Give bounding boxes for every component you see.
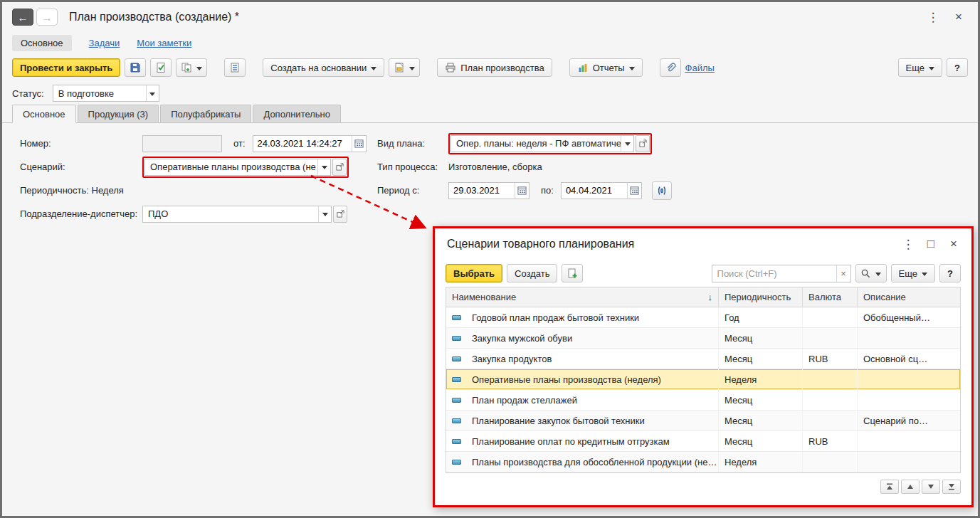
chevron-down-icon[interactable] — [318, 206, 331, 222]
table-row[interactable]: План продаж стеллажей Месяц — [446, 390, 960, 411]
table-row[interactable]: Планы производства для обособленной прод… — [446, 452, 960, 472]
search-clear-icon[interactable]: × — [836, 265, 850, 282]
dialog-more-button[interactable]: Еще — [891, 264, 935, 282]
chevron-down-icon — [929, 67, 934, 73]
save-button[interactable] — [125, 58, 146, 77]
number-input[interactable] — [142, 135, 222, 152]
select-button[interactable]: Выбрать — [446, 264, 502, 282]
period-to-input[interactable] — [562, 185, 627, 196]
table-row[interactable]: Закупка мужской обуви Месяц — [446, 328, 960, 349]
nav-tasks[interactable]: Задачи — [89, 38, 120, 48]
chevron-down-icon[interactable] — [317, 159, 330, 175]
catalog-item-icon — [446, 349, 466, 369]
document-actions-dropdown-button[interactable] — [389, 58, 420, 77]
create-based-on-button[interactable]: Создать на основании — [263, 58, 384, 77]
column-header-description[interactable]: Описание — [858, 287, 960, 307]
status-row: Статус: В подготовке — [2, 82, 978, 105]
scenario-highlight: Оперативные планы производства (не — [142, 157, 349, 178]
table-row[interactable]: Закупка продуктов Месяц RUB Основной сц… — [446, 349, 960, 369]
tab-main[interactable]: Основное — [12, 105, 76, 123]
chevron-down-icon[interactable] — [146, 85, 159, 101]
go-up-button[interactable] — [901, 480, 920, 494]
datetime-input[interactable] — [253, 138, 352, 149]
chevron-down-icon[interactable] — [621, 136, 633, 152]
scenarios-dialog: Сценарии товарного планирования ⋮ □ × Вы… — [433, 226, 974, 507]
create-button[interactable]: Создать — [507, 264, 557, 282]
scenario-open-button[interactable] — [332, 159, 347, 176]
attachments-button[interactable] — [660, 58, 681, 77]
form-row-periodicity: Периодичность: Неделя Период с: по: — [2, 179, 978, 202]
reports-button[interactable]: Отчеты — [569, 58, 643, 77]
tab-additional[interactable]: Дополнительно — [253, 105, 341, 122]
table-row[interactable]: Планирование оплат по кредитным отгрузка… — [446, 431, 960, 452]
number-label: Номер: — [20, 138, 142, 149]
cell-name: План продаж стеллажей — [466, 390, 719, 410]
dialog-maximize-icon[interactable]: □ — [922, 235, 940, 253]
go-last-button[interactable] — [942, 480, 961, 494]
catalog-item-icon — [446, 411, 466, 430]
dialog-menu-icon[interactable]: ⋮ — [899, 235, 917, 253]
catalog-item-icon — [446, 390, 466, 410]
production-plan-print-button[interactable]: План производства — [437, 58, 552, 77]
back-button[interactable]: ← — [12, 9, 33, 26]
period-to-label: по: — [541, 185, 554, 196]
cell-periodicity: Месяц — [719, 390, 803, 410]
from-label: от: — [233, 138, 246, 149]
document-form: Номер: от: Вид плана: Опер. планы: недел… — [2, 123, 978, 226]
go-first-button[interactable] — [880, 480, 899, 494]
more-button[interactable]: Еще — [898, 58, 942, 77]
printer-icon — [445, 62, 456, 73]
plan-kind-label: Вид плана: — [377, 138, 448, 149]
nav-notes[interactable]: Мои заметки — [137, 38, 191, 48]
post-button[interactable] — [150, 58, 172, 77]
calendar-icon[interactable] — [627, 183, 641, 199]
table-row[interactable]: Годовой план продаж бытовой техники Год … — [446, 307, 960, 328]
new-document-plus-icon — [567, 268, 578, 279]
help-button[interactable]: ? — [947, 58, 968, 77]
create-new-item-button[interactable] — [562, 264, 583, 282]
table-row-selected[interactable]: Оперативные планы производства (неделя) … — [446, 369, 960, 390]
cell-periodicity: Неделя — [719, 452, 803, 472]
table-header: Наименование ↓ Периодичность Валюта Опис… — [446, 287, 960, 307]
calendar-icon[interactable] — [352, 136, 366, 152]
dispatcher-combobox[interactable]: ПДО — [142, 206, 332, 223]
status-combobox[interactable]: В подготовке — [53, 85, 159, 102]
period-from-input[interactable] — [449, 185, 515, 196]
dialog-help-button[interactable]: ? — [939, 264, 961, 282]
periodicity-text: Периодичность: Неделя — [20, 185, 124, 196]
post-and-close-button[interactable]: Провести и закрыть — [12, 58, 120, 77]
period-picker-button[interactable] — [652, 181, 672, 200]
search-input[interactable] — [712, 268, 836, 279]
calendar-icon[interactable] — [515, 183, 529, 199]
dialog-close-icon[interactable]: × — [944, 235, 963, 253]
plan-kind-value: Опер. планы: неделя - ПФ автоматиче — [451, 138, 621, 149]
chevron-down-icon — [409, 67, 415, 73]
forward-button[interactable]: → — [36, 9, 58, 26]
list-document-icon — [229, 62, 241, 73]
column-header-periodicity[interactable]: Периодичность — [719, 287, 803, 307]
copy-dropdown-button[interactable] — [176, 58, 207, 77]
files-link[interactable]: Файлы — [685, 63, 715, 73]
catalog-item-icon — [446, 452, 466, 472]
dispatcher-open-button[interactable] — [333, 206, 347, 223]
journal-button[interactable] — [224, 58, 246, 77]
go-down-button[interactable] — [922, 480, 940, 494]
cell-description — [858, 390, 960, 410]
window-close-icon[interactable]: × — [949, 8, 968, 26]
column-header-currency[interactable]: Валюта — [803, 287, 858, 307]
dialog-toolbar: Выбрать Создать × Еще ? — [435, 260, 971, 287]
plan-kind-open-button[interactable] — [636, 135, 650, 152]
scenario-combobox[interactable]: Оперативные планы производства (не — [144, 159, 331, 176]
cell-name: Закупка продуктов — [466, 349, 719, 369]
tab-semiproducts[interactable]: Полуфабрикаты — [160, 105, 251, 122]
search-options-button[interactable] — [855, 264, 887, 282]
cell-currency: RUB — [803, 349, 858, 369]
table-row[interactable]: Планирование закупок бытовой техники Мес… — [446, 411, 960, 431]
create-based-on-label: Создать на основании — [270, 63, 367, 73]
nav-main[interactable]: Основное — [12, 35, 72, 51]
titlebar: ← → План производства (создание) * ⋮ × — [2, 2, 978, 32]
plan-kind-combobox[interactable]: Опер. планы: неделя - ПФ автоматиче — [451, 135, 634, 152]
tab-products[interactable]: Продукция (3) — [78, 105, 159, 122]
column-header-name[interactable]: Наименование ↓ — [446, 287, 719, 307]
window-menu-icon[interactable]: ⋮ — [924, 8, 942, 26]
